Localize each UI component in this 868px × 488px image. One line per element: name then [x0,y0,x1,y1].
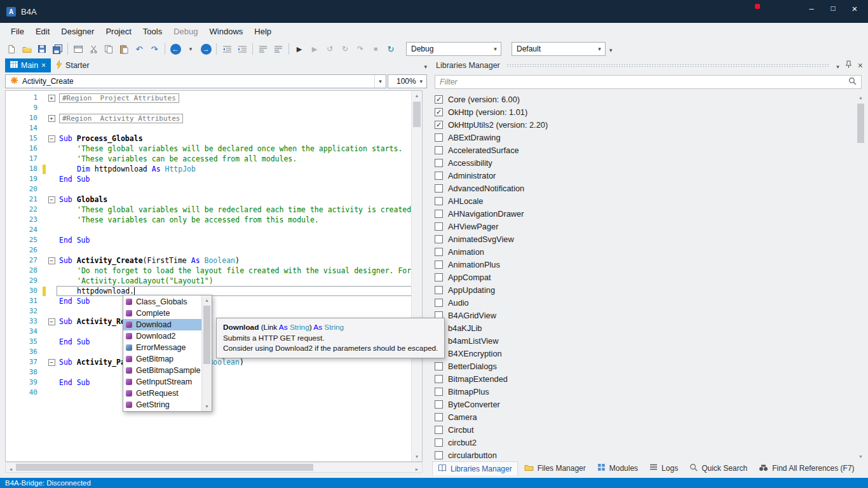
resume-icon[interactable]: ↺ [322,41,337,57]
chevron-down-icon[interactable]: ▾ [594,43,605,55]
library-checkbox[interactable] [435,210,443,218]
menu-project[interactable]: Project [100,24,137,39]
scroll-right-icon[interactable]: ► [412,462,422,473]
menu-debug[interactable]: Debug [168,24,203,39]
library-item[interactable]: Administrator [435,169,853,182]
library-item[interactable]: Audio [435,296,853,309]
bottom-tab-find-all-references-f7[interactable]: Find All References (F7) [754,461,859,475]
libraries-scrollbar[interactable]: ▲ ▼ [856,93,865,461]
scroll-up-icon[interactable]: ▲ [202,295,212,305]
window-menu-icon[interactable]: ▾ [836,60,839,71]
library-item[interactable]: Camera [435,410,853,423]
autocomplete-scrollbar[interactable]: ▲ ▼ [201,295,212,411]
menu-edit[interactable]: Edit [30,24,55,39]
collapse-icon[interactable]: − [48,196,55,203]
save-all-icon[interactable] [50,41,65,57]
scroll-down-icon[interactable]: ▼ [412,452,422,461]
collapsed-region[interactable]: #Region Project Attributes [59,93,179,103]
minimize-button[interactable]: – [801,0,822,17]
chevron-down-icon[interactable]: ▾ [416,75,426,88]
menu-designer[interactable]: Designer [55,24,100,39]
collapse-icon[interactable]: − [48,359,55,366]
library-item[interactable]: Circbut [435,423,853,436]
expand-icon[interactable]: + [48,115,55,122]
scrollbar-thumb[interactable] [857,104,864,143]
library-checkbox[interactable] [435,235,443,243]
scrollbar-thumb[interactable] [203,306,210,364]
step-over-icon[interactable]: ↷ [353,41,368,57]
library-item[interactable]: circbut2 [435,436,853,449]
chevron-down-icon[interactable]: ▾ [490,43,501,55]
library-checkbox[interactable] [435,362,443,370]
maximize-button[interactable]: □ [822,0,844,17]
library-item[interactable]: ✓OkHttp (version: 1.01) [435,105,853,118]
library-checkbox[interactable] [435,146,443,154]
library-item[interactable]: B4XEncryption [435,347,853,360]
indent-icon[interactable] [234,41,250,57]
library-item[interactable]: ByteConverter [435,398,853,410]
library-item[interactable]: AdvancedNotification [435,182,853,194]
completion-item[interactable]: Class_Globals [123,296,201,308]
library-checkbox[interactable] [435,426,443,434]
redo-icon[interactable]: ↷ [147,41,162,57]
scrollbar-thumb[interactable] [16,464,313,471]
library-item[interactable]: BetterDialogs [435,360,853,372]
collapse-icon[interactable]: − [48,257,55,264]
save-icon[interactable] [34,41,50,57]
library-checkbox[interactable] [435,248,443,256]
zoom-select[interactable]: 100% ▾ [388,74,427,88]
library-item[interactable]: ABExtDrawing [435,131,853,144]
library-checkbox[interactable] [435,197,443,205]
collapse-icon[interactable]: − [48,318,55,325]
rebuild-icon[interactable]: ↻ [383,41,398,57]
bottom-tab-modules[interactable]: Modules [592,461,643,475]
completion-item[interactable]: ErrorMessage [123,342,201,353]
build-config-select[interactable]: Default ▾ [512,42,606,56]
bottom-tab-quick-search[interactable]: Quick Search [684,461,752,475]
bottom-tab-libraries-manager[interactable]: Libraries Manager [432,461,518,475]
completion-item[interactable]: Download [123,319,201,330]
undo-icon[interactable]: ↶ [132,41,147,57]
filter-input[interactable]: Filter [435,75,862,89]
library-item[interactable]: B4AGridView [435,309,853,322]
run-icon[interactable]: ▶ [292,41,307,57]
stop-icon[interactable]: ■ [368,41,383,57]
library-checkbox[interactable] [435,133,443,142]
completion-item[interactable]: GetString [123,399,201,410]
toolbar-overflow-icon[interactable]: ▾ [609,43,613,55]
collapsed-region[interactable]: #Region Activity Attributes [59,114,183,123]
copy-icon[interactable] [101,41,116,57]
library-checkbox[interactable] [435,184,443,193]
library-item[interactable]: AHLocale [435,194,853,207]
library-checkbox[interactable] [435,413,443,421]
scroll-down-icon[interactable]: ▼ [856,452,865,461]
bottom-tab-logs[interactable]: Logs [644,461,683,475]
library-checkbox[interactable]: ✓ [435,95,443,104]
scroll-down-icon[interactable]: ▼ [202,402,212,411]
close-button[interactable]: × [844,0,865,17]
library-checkbox[interactable]: ✓ [435,121,443,129]
outdent-icon[interactable] [219,41,234,57]
chevron-down-icon[interactable]: ▾ [374,75,386,88]
library-item[interactable]: AnimationPlus [435,258,853,271]
run-alt-icon[interactable]: ▶ [307,41,322,57]
library-item[interactable]: AnimatedSvgView [435,233,853,245]
library-checkbox[interactable] [435,438,443,447]
new-file-icon[interactable] [4,41,19,57]
tab-list-icon[interactable]: ▾ [424,60,427,71]
step-into-icon[interactable]: ↻ [337,41,353,57]
library-item[interactable]: AHNavigationDrawer [435,207,853,220]
library-checkbox[interactable] [435,172,443,180]
library-checkbox[interactable] [435,159,443,167]
library-checkbox[interactable] [435,400,443,409]
scroll-up-icon[interactable]: ▲ [412,91,422,100]
nav-forward-icon[interactable]: → [198,41,214,57]
library-checkbox[interactable] [435,451,443,459]
completion-item[interactable]: GetRequest [123,388,201,399]
completion-item[interactable]: Download2 [123,330,201,342]
nav-back-icon[interactable]: ← [168,41,183,57]
library-checkbox[interactable] [435,222,443,231]
menu-tools[interactable]: Tools [137,24,168,39]
scrollbar-thumb[interactable] [413,102,421,127]
library-item[interactable]: BitmapPlus [435,385,853,398]
